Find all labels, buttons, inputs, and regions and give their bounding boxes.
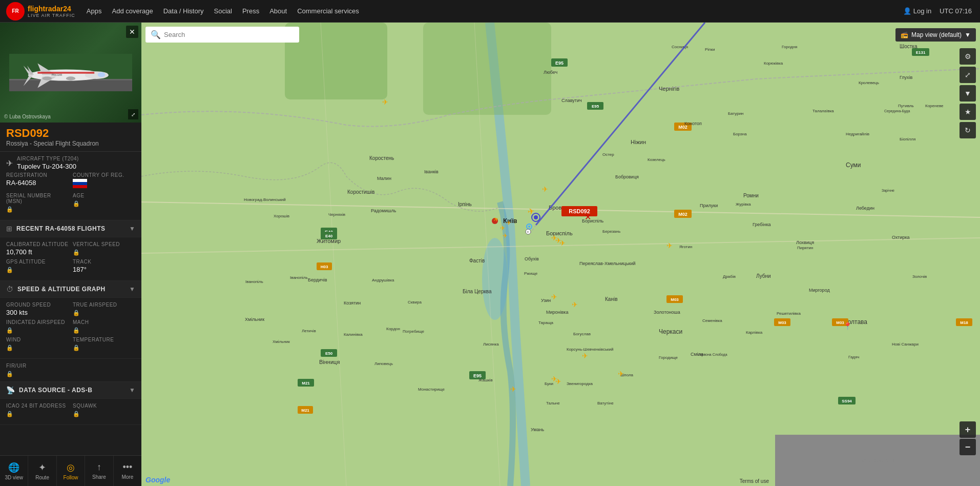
ground-speed-col: GROUND SPEED 300 kts — [6, 302, 69, 316]
brand-sub: LIVE AIR TRAFFIC — [28, 13, 75, 18]
left-panel: РОССИЯ © Luba Ostrovskaya ✕ ⤢ RSD092 Ros… — [0, 23, 141, 455]
nav-data-history[interactable]: Data / History — [163, 7, 204, 15]
navbar-right: 👤 Log in UTC 07:16 — [903, 7, 980, 15]
map-view-label: Map view (default) — [911, 31, 962, 38]
icao-squawk-row: ICAO 24 BIT ADDRESS 🔒 SQUAWK 🔒 — [6, 403, 135, 417]
svg-point-5 — [98, 72, 106, 77]
mach-label: MACH — [73, 319, 135, 325]
ad-banner: Advertisement — [775, 435, 980, 486]
svg-text:Малин: Малин — [377, 176, 391, 181]
svg-text:Охтирка: Охтирка — [892, 235, 910, 240]
zoom-out-button[interactable]: − — [960, 439, 976, 455]
data-source-header[interactable]: 📡 Data source - ADS-B ▼ — [0, 382, 141, 399]
svg-text:Конотоп: Конотоп — [684, 121, 702, 126]
svg-text:Батурин: Батурин — [728, 111, 744, 116]
filter-button[interactable]: ▼ — [960, 85, 976, 102]
altitude-section: CALIBRATED ALTITUDE 10,700 ft VERTICAL S… — [0, 237, 141, 281]
nav-social[interactable]: Social — [214, 7, 232, 15]
svg-text:Славутич: Славутич — [561, 98, 582, 103]
icao-value: 🔒 — [6, 410, 69, 417]
svg-text:Чернігів: Чернігів — [659, 86, 680, 92]
chevron-down-icon-3: ▼ — [129, 387, 135, 394]
table-icon: ⊞ — [6, 225, 12, 233]
fullscreen-button[interactable]: ⤢ — [960, 67, 976, 83]
route-icon: ✦ — [38, 462, 46, 473]
svg-text:Погребище: Погребище — [403, 329, 424, 334]
svg-text:Пирятин: Пирятин — [797, 246, 813, 250]
svg-text:Хмільник: Хмільник — [245, 317, 264, 322]
svg-text:Карлівка: Карлівка — [746, 330, 763, 335]
nav-add-coverage[interactable]: Add coverage — [112, 7, 153, 15]
mach-col: MACH 🔒 — [73, 319, 135, 334]
svg-text:Хорошів: Хорошів — [274, 214, 289, 218]
3d-view-button[interactable]: 🌐 3D view — [0, 456, 28, 486]
terms-bar[interactable]: Terms of use — [740, 478, 769, 484]
google-logo: Google — [145, 476, 170, 484]
photo-credit: © Luba Ostrovskaya — [4, 114, 51, 119]
svg-text:Гребінка: Гребінка — [753, 222, 771, 227]
nav-commercial[interactable]: Commercial services — [297, 7, 359, 15]
svg-text:M21: M21 — [301, 408, 309, 413]
3d-icon: 🌐 — [8, 462, 19, 473]
svg-text:Любеч: Любеч — [544, 70, 557, 75]
chevron-down-icon: ▼ — [129, 225, 135, 232]
data-source-title: Data source - ADS-B — [19, 387, 125, 394]
nav-about[interactable]: About — [269, 7, 287, 15]
svg-text:Борзна: Борзна — [733, 132, 747, 136]
fir-section: FIR/UIR 🔒 — [0, 359, 141, 382]
map-zoom-controls: + − — [960, 421, 976, 455]
svg-text:Жашків: Жашків — [478, 378, 493, 382]
speed-graph-header[interactable]: ⏱ Speed & altitude graph ▼ — [0, 281, 141, 298]
nav-press[interactable]: Press — [242, 7, 259, 15]
recent-flights-title: Recent RA-64058 flights — [16, 225, 125, 232]
map-view-button[interactable]: 📻 Map view (default) ▼ — [895, 28, 976, 42]
logo-text: flightradar24 LIVE AIR TRAFFIC — [28, 5, 75, 18]
expand-button[interactable]: ⤢ — [128, 109, 138, 119]
ias-label: INDICATED AIRSPEED — [6, 319, 69, 325]
ias-mach-row: INDICATED AIRSPEED 🔒 MACH 🔒 — [6, 319, 135, 334]
svg-text:Ріпки: Ріпки — [705, 47, 715, 52]
chevron-down-icon-map: ▼ — [965, 31, 971, 38]
svg-text:✈: ✈ — [551, 293, 557, 301]
calibrated-alt-value: 10,700 ft — [6, 248, 69, 256]
svg-text:Козелець: Козелець — [648, 157, 665, 162]
svg-text:Тальне: Тальне — [546, 401, 560, 406]
nav-apps[interactable]: Apps — [87, 7, 102, 15]
aircraft-type-label: AIRCRAFT TYPE (T204) — [17, 156, 79, 161]
star-button[interactable]: ★ — [960, 104, 976, 120]
map-svg: E95 E40 M02 M02 E95 Київ Чернігів Бровар… — [141, 23, 980, 486]
close-button[interactable]: ✕ — [126, 26, 138, 38]
registration-label: REGISTRATION — [6, 172, 69, 178]
serial-value: 🔒 — [6, 205, 69, 213]
svg-text:Бердичів: Бердичів — [308, 277, 327, 282]
search-input[interactable] — [164, 31, 294, 38]
wind-temp-row: WIND 🔒 TEMPERATURE 🔒 — [6, 337, 135, 351]
vspeed-col: VERTICAL SPEED 🔒 — [73, 241, 135, 256]
3d-label: 3D view — [5, 475, 23, 480]
share-button[interactable]: ↑ Share — [85, 456, 113, 486]
svg-text:Канів: Канів — [605, 296, 617, 302]
svg-text:Новоград-Волинський: Новоград-Волинський — [244, 197, 286, 202]
more-icon: ••• — [122, 462, 132, 473]
refresh-button[interactable]: ↻ — [960, 122, 976, 138]
ias-value: 🔒 — [6, 326, 69, 334]
share-label: Share — [92, 474, 106, 480]
svg-text:✈: ✈ — [503, 232, 508, 239]
svg-text:Решетилівка: Решетилівка — [777, 311, 801, 316]
recent-flights-header[interactable]: ⊞ Recent RA-64058 flights ▼ — [0, 220, 141, 237]
svg-text:Бобровиця: Бобровиця — [615, 174, 639, 179]
zoom-in-button[interactable]: + — [960, 421, 976, 438]
svg-text:Монастирище: Монастирище — [418, 387, 445, 392]
follow-button[interactable]: ◎ Follow — [57, 456, 85, 486]
map[interactable]: E95 E40 M02 M02 E95 Київ Чернігів Бровар… — [141, 23, 980, 486]
broadcast-icon: 📻 — [901, 31, 908, 38]
squawk-value: 🔒 — [73, 410, 135, 417]
calibrated-alt-label: CALIBRATED ALTITUDE — [6, 241, 69, 247]
settings-button[interactable]: ⚙ — [960, 48, 976, 65]
age-label: AGE — [73, 193, 135, 198]
logo[interactable]: FR flightradar24 LIVE AIR TRAFFIC — [0, 2, 81, 21]
login-button[interactable]: 👤 Log in — [903, 7, 931, 15]
more-button[interactable]: ••• More — [114, 456, 141, 486]
route-button[interactable]: ✦ Route — [28, 456, 56, 486]
search-box[interactable]: 🔍 — [145, 27, 299, 43]
